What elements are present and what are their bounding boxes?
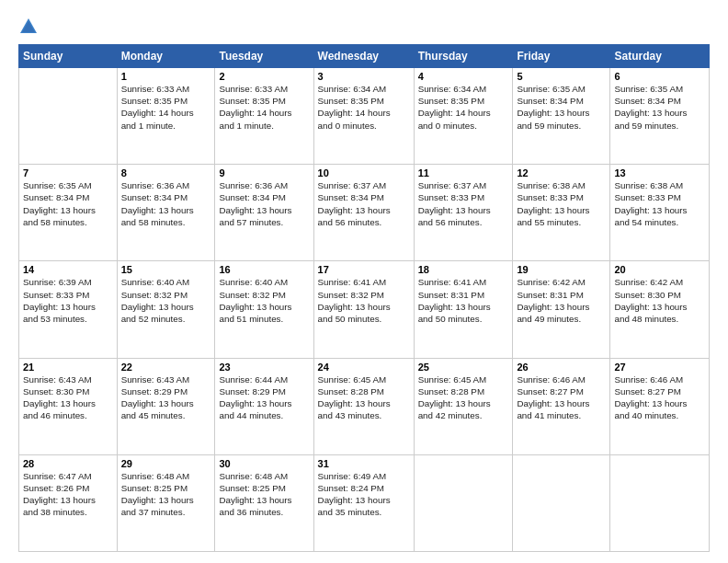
day-info: Sunrise: 6:46 AM Sunset: 8:27 PM Dayligh… bbox=[517, 373, 606, 422]
day-info: Sunrise: 6:37 AM Sunset: 8:33 PM Dayligh… bbox=[418, 179, 509, 228]
calendar-day-24: 24Sunrise: 6:45 AM Sunset: 8:28 PM Dayli… bbox=[313, 358, 414, 454]
day-info: Sunrise: 6:48 AM Sunset: 8:25 PM Dayligh… bbox=[121, 470, 211, 519]
header bbox=[18, 17, 710, 37]
day-number: 22 bbox=[121, 362, 211, 373]
day-info: Sunrise: 6:39 AM Sunset: 8:33 PM Dayligh… bbox=[23, 276, 113, 325]
calendar-day-1: 1Sunrise: 6:33 AM Sunset: 8:35 PM Daylig… bbox=[117, 68, 215, 165]
day-number: 6 bbox=[614, 71, 705, 82]
day-info: Sunrise: 6:35 AM Sunset: 8:34 PM Dayligh… bbox=[614, 83, 705, 132]
day-number: 11 bbox=[418, 167, 509, 178]
day-number: 15 bbox=[121, 264, 211, 275]
day-info: Sunrise: 6:38 AM Sunset: 8:33 PM Dayligh… bbox=[517, 179, 606, 228]
calendar-day-9: 9Sunrise: 6:36 AM Sunset: 8:34 PM Daylig… bbox=[215, 165, 313, 261]
day-number: 21 bbox=[23, 362, 113, 373]
calendar-day-5: 5Sunrise: 6:35 AM Sunset: 8:34 PM Daylig… bbox=[513, 68, 610, 165]
day-number: 13 bbox=[614, 167, 705, 178]
calendar-day-19: 19Sunrise: 6:42 AM Sunset: 8:31 PM Dayli… bbox=[513, 261, 610, 358]
day-info: Sunrise: 6:34 AM Sunset: 8:35 PM Dayligh… bbox=[318, 83, 410, 132]
day-info: Sunrise: 6:34 AM Sunset: 8:35 PM Dayligh… bbox=[418, 83, 509, 132]
day-info: Sunrise: 6:37 AM Sunset: 8:34 PM Dayligh… bbox=[318, 179, 410, 228]
calendar-header: SundayMondayTuesdayWednesdayThursdayFrid… bbox=[19, 45, 710, 68]
calendar-empty-cell bbox=[19, 68, 118, 165]
calendar-week-row: 14Sunrise: 6:39 AM Sunset: 8:33 PM Dayli… bbox=[19, 261, 710, 358]
day-number: 4 bbox=[418, 71, 509, 82]
calendar-week-row: 7Sunrise: 6:35 AM Sunset: 8:34 PM Daylig… bbox=[19, 165, 710, 261]
day-info: Sunrise: 6:35 AM Sunset: 8:34 PM Dayligh… bbox=[23, 179, 113, 228]
calendar-day-15: 15Sunrise: 6:40 AM Sunset: 8:32 PM Dayli… bbox=[117, 261, 215, 358]
day-number: 29 bbox=[121, 458, 211, 469]
day-number: 30 bbox=[219, 458, 309, 469]
weekday-header-monday: Monday bbox=[117, 45, 215, 68]
calendar-empty-cell bbox=[610, 454, 710, 551]
day-info: Sunrise: 6:46 AM Sunset: 8:27 PM Dayligh… bbox=[614, 373, 705, 422]
calendar-day-12: 12Sunrise: 6:38 AM Sunset: 8:33 PM Dayli… bbox=[513, 165, 610, 261]
calendar-day-22: 22Sunrise: 6:43 AM Sunset: 8:29 PM Dayli… bbox=[117, 358, 215, 454]
calendar-day-25: 25Sunrise: 6:45 AM Sunset: 8:28 PM Dayli… bbox=[414, 358, 513, 454]
day-number: 5 bbox=[517, 71, 606, 82]
logo bbox=[18, 17, 42, 37]
day-info: Sunrise: 6:45 AM Sunset: 8:28 PM Dayligh… bbox=[318, 373, 410, 422]
day-info: Sunrise: 6:41 AM Sunset: 8:32 PM Dayligh… bbox=[318, 276, 410, 325]
calendar-day-16: 16Sunrise: 6:40 AM Sunset: 8:32 PM Dayli… bbox=[215, 261, 313, 358]
calendar-day-13: 13Sunrise: 6:38 AM Sunset: 8:33 PM Dayli… bbox=[610, 165, 710, 261]
day-number: 16 bbox=[219, 264, 309, 275]
calendar-day-27: 27Sunrise: 6:46 AM Sunset: 8:27 PM Dayli… bbox=[610, 358, 710, 454]
day-info: Sunrise: 6:48 AM Sunset: 8:25 PM Dayligh… bbox=[219, 470, 309, 519]
day-info: Sunrise: 6:40 AM Sunset: 8:32 PM Dayligh… bbox=[219, 276, 309, 325]
day-info: Sunrise: 6:35 AM Sunset: 8:34 PM Dayligh… bbox=[517, 83, 606, 132]
day-info: Sunrise: 6:36 AM Sunset: 8:34 PM Dayligh… bbox=[121, 179, 211, 228]
calendar-day-31: 31Sunrise: 6:49 AM Sunset: 8:24 PM Dayli… bbox=[313, 454, 414, 551]
calendar-empty-cell bbox=[414, 454, 513, 551]
weekday-header-wednesday: Wednesday bbox=[313, 45, 414, 68]
day-info: Sunrise: 6:44 AM Sunset: 8:29 PM Dayligh… bbox=[219, 373, 309, 422]
day-number: 7 bbox=[23, 167, 113, 178]
calendar-day-14: 14Sunrise: 6:39 AM Sunset: 8:33 PM Dayli… bbox=[19, 261, 118, 358]
calendar-day-23: 23Sunrise: 6:44 AM Sunset: 8:29 PM Dayli… bbox=[215, 358, 313, 454]
calendar-day-26: 26Sunrise: 6:46 AM Sunset: 8:27 PM Dayli… bbox=[513, 358, 610, 454]
calendar-day-6: 6Sunrise: 6:35 AM Sunset: 8:34 PM Daylig… bbox=[610, 68, 710, 165]
day-number: 10 bbox=[318, 167, 410, 178]
weekday-header-sunday: Sunday bbox=[19, 45, 118, 68]
calendar-day-2: 2Sunrise: 6:33 AM Sunset: 8:35 PM Daylig… bbox=[215, 68, 313, 165]
calendar-day-18: 18Sunrise: 6:41 AM Sunset: 8:31 PM Dayli… bbox=[414, 261, 513, 358]
calendar-day-21: 21Sunrise: 6:43 AM Sunset: 8:30 PM Dayli… bbox=[19, 358, 118, 454]
day-info: Sunrise: 6:45 AM Sunset: 8:28 PM Dayligh… bbox=[418, 373, 509, 422]
day-info: Sunrise: 6:47 AM Sunset: 8:26 PM Dayligh… bbox=[23, 470, 113, 519]
calendar-day-30: 30Sunrise: 6:48 AM Sunset: 8:25 PM Dayli… bbox=[215, 454, 313, 551]
calendar-empty-cell bbox=[513, 454, 610, 551]
day-number: 17 bbox=[318, 264, 410, 275]
weekday-header-friday: Friday bbox=[513, 45, 610, 68]
day-info: Sunrise: 6:41 AM Sunset: 8:31 PM Dayligh… bbox=[418, 276, 509, 325]
calendar-week-row: 28Sunrise: 6:47 AM Sunset: 8:26 PM Dayli… bbox=[19, 454, 710, 551]
day-info: Sunrise: 6:38 AM Sunset: 8:33 PM Dayligh… bbox=[614, 179, 705, 228]
logo-icon bbox=[18, 17, 39, 37]
day-number: 27 bbox=[614, 362, 705, 373]
day-number: 19 bbox=[517, 264, 606, 275]
day-number: 25 bbox=[418, 362, 509, 373]
calendar-week-row: 1Sunrise: 6:33 AM Sunset: 8:35 PM Daylig… bbox=[19, 68, 710, 165]
day-info: Sunrise: 6:43 AM Sunset: 8:30 PM Dayligh… bbox=[23, 373, 113, 422]
day-info: Sunrise: 6:33 AM Sunset: 8:35 PM Dayligh… bbox=[121, 83, 211, 132]
day-number: 20 bbox=[614, 264, 705, 275]
weekday-header-thursday: Thursday bbox=[414, 45, 513, 68]
day-number: 26 bbox=[517, 362, 606, 373]
calendar-day-11: 11Sunrise: 6:37 AM Sunset: 8:33 PM Dayli… bbox=[414, 165, 513, 261]
day-number: 24 bbox=[318, 362, 410, 373]
day-number: 12 bbox=[517, 167, 606, 178]
weekday-header-tuesday: Tuesday bbox=[215, 45, 313, 68]
calendar-day-20: 20Sunrise: 6:42 AM Sunset: 8:30 PM Dayli… bbox=[610, 261, 710, 358]
calendar-day-10: 10Sunrise: 6:37 AM Sunset: 8:34 PM Dayli… bbox=[313, 165, 414, 261]
day-number: 18 bbox=[418, 264, 509, 275]
day-info: Sunrise: 6:42 AM Sunset: 8:30 PM Dayligh… bbox=[614, 276, 705, 325]
day-number: 3 bbox=[318, 71, 410, 82]
day-number: 28 bbox=[23, 458, 113, 469]
calendar-day-8: 8Sunrise: 6:36 AM Sunset: 8:34 PM Daylig… bbox=[117, 165, 215, 261]
calendar-day-28: 28Sunrise: 6:47 AM Sunset: 8:26 PM Dayli… bbox=[19, 454, 118, 551]
page: SundayMondayTuesdayWednesdayThursdayFrid… bbox=[0, 0, 728, 563]
calendar-day-3: 3Sunrise: 6:34 AM Sunset: 8:35 PM Daylig… bbox=[313, 68, 414, 165]
weekday-header-saturday: Saturday bbox=[610, 45, 710, 68]
calendar-day-29: 29Sunrise: 6:48 AM Sunset: 8:25 PM Dayli… bbox=[117, 454, 215, 551]
calendar-day-7: 7Sunrise: 6:35 AM Sunset: 8:34 PM Daylig… bbox=[19, 165, 118, 261]
day-info: Sunrise: 6:36 AM Sunset: 8:34 PM Dayligh… bbox=[219, 179, 309, 228]
day-number: 1 bbox=[121, 71, 211, 82]
